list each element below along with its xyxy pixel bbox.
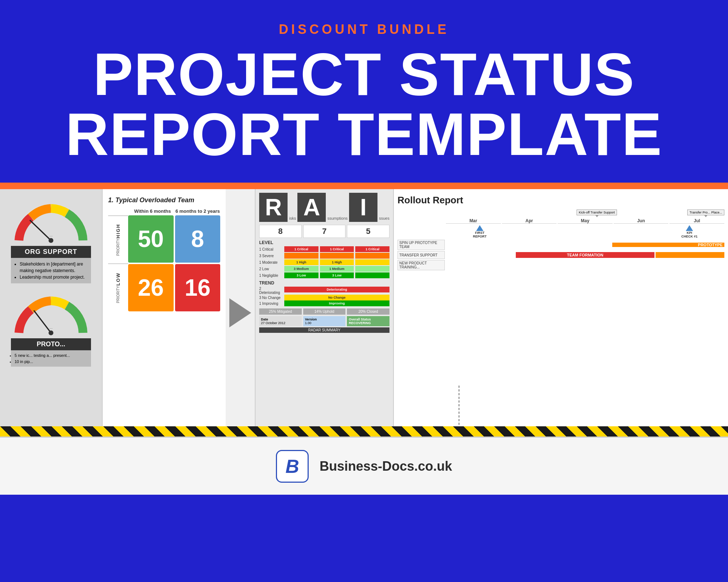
high-priority-label: HIGH PRIORITY (108, 215, 128, 263)
rai-a-subtext: ssumptions (327, 193, 348, 222)
rollout-panel: Rollout Report Kick-off Transfer Support… (393, 189, 728, 436)
rai-i-negligible (355, 272, 389, 278)
main-title: PROJECT STATUS REPORT TEMPLATE (29, 44, 699, 164)
month-mar: Mar (446, 218, 501, 224)
rai-mitigated: 25% Mitigated (259, 308, 302, 315)
rai-a-count: 7 (303, 225, 346, 238)
rai-level-rows: 1 Critical 1 Critical 1 Critical 1 Criti… (259, 246, 389, 278)
title-line1: PROJECT STATUS (29, 44, 699, 104)
rai-r-moderate: 1 High (284, 259, 318, 265)
rollout-row3-label: NEW PRODUCT TRAINING... (397, 260, 445, 270)
hero-section: DISCOUNT BUNDLE PROJECT STATUS REPORT TE… (0, 0, 728, 183)
rai-header: R isks A ssumptions I ssues (259, 193, 389, 222)
rai-row-severe: 3 Severe (259, 253, 389, 259)
rai-i-count: 5 (347, 225, 389, 238)
gauge1-bullet2: Leadership must promote project. (20, 274, 87, 280)
rollout-callouts: Kick-off Transfer Support Transfer Pro..… (445, 210, 724, 215)
rai-r-box: R (259, 193, 288, 222)
rai-status-label: Overall Status (349, 318, 388, 321)
rai-date-label: Date (261, 318, 300, 321)
callout-transfer: Transfer Pro... Place... (687, 210, 724, 215)
month-jun: Jun (614, 218, 669, 224)
matrix-priority-labels: HIGH PRIORITY LOW PRIORITY (108, 215, 128, 311)
matrix-col1-header: Within 6 months (130, 208, 175, 214)
svg-text:...: ... (49, 233, 52, 237)
rai-stats-row: 25% Mitigated 14% Uphold 20% Closed (259, 308, 389, 315)
gauge1-svg: ... (11, 196, 91, 244)
rai-a-low: 1 Medium (320, 266, 354, 272)
rai-numbers-row: 8 7 5 (259, 225, 389, 238)
rollout-markers-row: FIRSTREPORT KPICHECK #1 (397, 225, 724, 238)
prototype-bar: PROTOTYPE (612, 243, 724, 247)
rai-r-critical: 1 Critical (284, 246, 318, 252)
title-line2: REPORT TEMPLATE (29, 104, 699, 164)
rai-a-moderate: 1 High (320, 259, 354, 265)
triangle-first-icon (476, 225, 483, 231)
rai-uphold: 14% Uphold (303, 308, 346, 315)
svg-line-3 (34, 311, 51, 333)
rai-i-severe (355, 253, 389, 259)
rai-trending-label: TREND (259, 280, 389, 286)
rai-row-moderate: 1 Moderate 1 High 1 High (259, 259, 389, 265)
rollout-row-3: NEW PRODUCT TRAINING... (397, 260, 724, 270)
arrow-right-icon (229, 298, 251, 327)
rai-r-count: 8 (259, 225, 302, 238)
rai-date-value: 27 October 2012 (261, 321, 300, 325)
rai-version: Version 1.00 (303, 316, 346, 326)
svg-text:...: ... (49, 325, 52, 330)
cell-8: 8 (175, 215, 221, 263)
gauge2-container: ... PROTO... 5 new ic... testing a... pr… (11, 289, 91, 367)
rai-date: Date 27 October 2012 (259, 316, 302, 326)
low-priority-label: LOW PRIORITY (108, 263, 128, 311)
rollout-row-2: TRANSFER SUPPORT TEAM FORMATION (397, 251, 724, 259)
rai-status: Overall Status RECOVERING (347, 316, 389, 326)
prototype-bar-label: PROTOTYPE (698, 243, 723, 247)
gauges-panel: ... ORG SUPPORT Stakeholders in [departm… (0, 189, 102, 436)
rai-i-subtext: ssues (379, 193, 389, 222)
month-jul: Jul (669, 218, 724, 224)
marker-first-report: FIRSTREPORT (445, 225, 515, 238)
matrix-cells: 50 8 26 16 (128, 215, 220, 311)
rai-a-severe (320, 253, 354, 259)
rai-row-negligible: 1 Negligible 3 Low 3 Low (259, 272, 389, 278)
marker-kpi-label: KPICHECK #1 (681, 231, 698, 238)
rollout-row2-label: TRANSFER SUPPORT (397, 251, 445, 259)
gauge1-container: ... ORG SUPPORT Stakeholders in [departm… (11, 196, 91, 283)
rai-r-low: 3 Medium (284, 266, 318, 272)
rai-status-value: RECOVERING (349, 321, 388, 325)
team-formation-label: TEAM FORMATION (567, 253, 603, 257)
gauge1-bullet1: Stakeholders in [department] are making … (20, 261, 87, 274)
gauge1-label: ORG SUPPORT (11, 246, 91, 258)
svg-point-1 (48, 238, 53, 243)
rai-footer-row: Date 27 October 2012 Version 1.00 Overal… (259, 316, 389, 326)
rollout-row2-timeline: TEAM FORMATION (446, 252, 724, 258)
gauge2-bullet2: 10 in pip... (15, 359, 87, 365)
rai-a-negligible: 3 Low (320, 272, 354, 278)
rai-closed: 20% Closed (347, 308, 389, 315)
matrix-title: 1. Typical Overloaded Team (108, 196, 220, 204)
rai-version-value: 1.00 (305, 321, 344, 325)
rollout-title: Rollout Report (397, 195, 724, 206)
rai-level-label: LEVEL (259, 240, 389, 245)
transfer-orange-bar (656, 252, 724, 258)
rai-i-low (355, 266, 389, 272)
matrix-panel: 1. Typical Overloaded Team Within 6 mont… (102, 189, 226, 436)
rai-a-critical: 1 Critical (320, 246, 354, 252)
preview-section: ... ORG SUPPORT Stakeholders in [departm… (0, 189, 728, 436)
cell-26: 26 (128, 264, 174, 311)
gauge2-bullets: 5 new ic... testing a... present... 10 i… (11, 350, 91, 367)
cell-16: 16 (175, 264, 221, 311)
arrow-container (226, 189, 255, 436)
marker-first-label: FIRSTREPORT (473, 231, 487, 238)
orange-divider (0, 183, 728, 189)
month-apr: Apr (502, 218, 557, 224)
rai-a-box: A (297, 193, 326, 222)
matrix-col2-header: 6 months to 2 years (175, 208, 220, 214)
rollout-row1-timeline: PROTOTYPE (446, 243, 724, 247)
rai-trending-section: TREND 2 Deteriorating Deteriorating 3 No… (259, 280, 389, 306)
footer-logo-box: B (276, 450, 309, 483)
rai-r-severe (284, 253, 318, 259)
svg-line-0 (30, 220, 51, 240)
rai-improving: 1 Improving Improving (259, 300, 389, 306)
team-formation-bar: TEAM FORMATION (516, 252, 655, 258)
